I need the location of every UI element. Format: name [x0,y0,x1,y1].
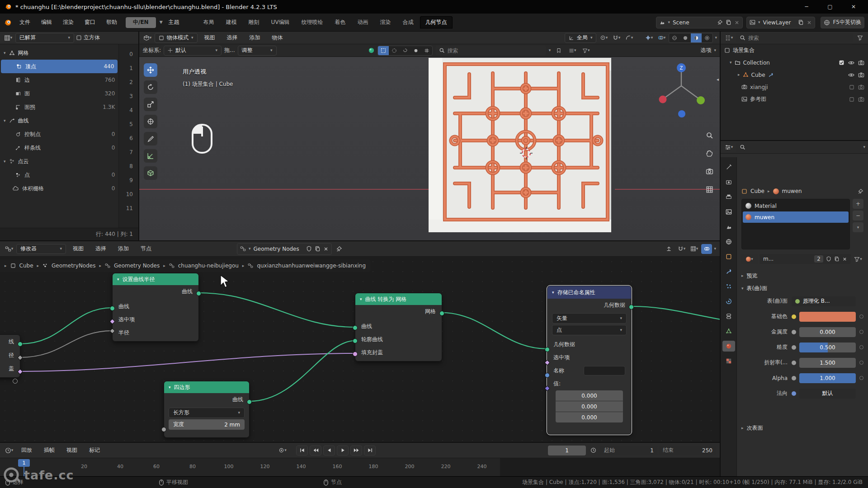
filter-funnel-dropdown[interactable]: ▾ [580,46,591,56]
node-menu-node[interactable]: 节点 [136,243,156,254]
node-quadrilateral[interactable]: ▾四边形 曲线 长方形▾ 宽度 2 mm [164,381,250,438]
base-color-swatch[interactable] [799,312,856,322]
surface-shader-dropdown[interactable]: 原理化 B... [792,296,856,306]
list-options-dropdown[interactable]: ▾ [567,46,578,56]
language-switch-button[interactable]: 中/EN [126,17,156,28]
node-tree-type-dropdown[interactable]: 修改器 ▾ [16,244,66,254]
menu-edit[interactable]: 编辑 [36,17,57,28]
input-socket-profile-curve[interactable] [353,338,358,343]
drag-action-dropdown[interactable]: 调整 ▾ [238,46,277,56]
tab-render[interactable] [722,177,735,188]
tab-rendering[interactable]: 渲染 [375,16,396,28]
filter-funnel-icon[interactable]: ▾ [853,254,863,264]
browse-material-dropdown[interactable]: ▾ [741,254,758,264]
duplicate-icon[interactable] [798,19,804,25]
overlay-toggle-button[interactable] [701,244,712,254]
tool-add-cube-button[interactable] [144,166,157,180]
pin-icon[interactable] [858,188,863,194]
use-preview-range-toggle[interactable] [588,446,599,455]
tab-modeling[interactable]: 建模 [221,16,242,28]
outliner-row-scene-collection[interactable]: 场景集合 [721,44,868,56]
input-socket-curve[interactable] [353,325,358,330]
shading-material-preview-button[interactable] [691,33,702,42]
node-tree-selector[interactable]: ▾ Geometry Nodes [237,243,332,255]
timeline-menu-keying[interactable]: 插帧 [39,445,60,456]
tool-scale-button[interactable] [144,98,157,111]
breadcrumb-group-1[interactable]: chuanghu-neibujiegou [178,263,239,269]
next-keyframe-button[interactable] [350,446,362,455]
snap-grid-dropdown[interactable]: ▾ [689,244,699,254]
node-menu-view[interactable]: 视图 [68,243,89,254]
close-button[interactable]: ✕ [844,0,863,14]
output-socket-mesh[interactable] [439,311,444,316]
output-socket-curve[interactable] [247,399,252,404]
material-slot-row-selected[interactable]: muwen [743,211,849,223]
shading-wireframe-button[interactable] [669,33,680,42]
outliner-row-reference-image[interactable]: 参考图 [721,93,868,105]
tab-sculpting[interactable]: 雕刻 [243,16,265,28]
select-lasso-button[interactable] [400,46,410,55]
animate-decorator[interactable] [859,345,863,349]
ortho-toggle-button[interactable] [703,183,716,196]
domain-dropdown[interactable]: 点▾ [552,325,627,335]
node-set-curve-radius[interactable]: ▾设置曲线半径 曲线 曲线 选中项 半径 [112,273,199,342]
tool-rotate-button[interactable] [144,80,157,94]
node-canvas[interactable]: ▸ Cube ▸ GeometryNodes ▸ Geometry Nodes … [0,257,720,442]
timeline-ruler[interactable]: 20 40 60 80 100 120 140 160 180 200 220 … [0,458,720,476]
snap-node-dropdown[interactable]: ▾ [676,244,687,254]
auto-keying-toggle[interactable]: ▾ [277,446,288,455]
parent-tree-button[interactable] [663,244,674,254]
close-icon[interactable] [323,246,329,252]
tab-texture[interactable] [722,356,735,366]
scene-selector[interactable]: ▾ Scene [656,17,743,28]
spreadsheet-dataset-dropdown[interactable]: 已解算 ▾ [15,33,74,43]
timeline-menu-view[interactable]: 视图 [61,445,82,456]
select-mode-extra-button[interactable] [421,46,432,55]
window-lattice-object[interactable] [429,57,616,234]
region-pull-tab[interactable]: ◂ [717,77,719,82]
spreadsheet-section-point-cloud[interactable]: ▾ 点云 [0,155,118,168]
snap-magnet-dropdown[interactable]: ▾ [611,33,622,43]
breadcrumb-group-2[interactable]: quxianzhuanhuanweiwangge-sibianxing [257,263,366,269]
tab-tool[interactable] [722,162,735,173]
bookmark-icon[interactable] [553,46,564,56]
exclude-checkbox[interactable] [839,60,844,66]
editor-type-timeline-icon[interactable]: ▾ [4,446,14,455]
add-slot-button[interactable]: + [853,199,863,209]
input-socket-name[interactable] [545,373,550,378]
gizmo-minus-z-axis[interactable] [678,110,685,117]
spreadsheet-row-index-column[interactable]: 01 23 45 67 89 1011 [118,44,138,228]
properties-search-field[interactable] [736,142,861,152]
selectable-checkbox[interactable] [849,97,854,102]
pan-hand-button[interactable] [703,146,716,160]
breadcrumb-modifier[interactable]: GeometryNodes [52,263,95,269]
outliner-row-collection[interactable]: ▾ Collection [721,56,868,69]
play-reverse-button[interactable] [323,446,335,455]
users-count-badge[interactable]: 2 [814,255,823,263]
editor-type-node-icon[interactable]: ▾ [4,244,14,254]
attribute-name-input[interactable] [584,366,625,375]
spreadsheet-row-face-corner[interactable]: 面拐 1.3K [0,100,118,114]
tab-material[interactable] [722,341,735,352]
filter-funnel-icon[interactable] [854,33,865,43]
frame-start-field[interactable]: 起始1 [600,446,657,455]
material-slot-list[interactable]: Material muwen [741,199,850,249]
pivot-point-dropdown[interactable]: ▾ [598,33,609,43]
tab-animation[interactable]: 动画 [352,16,374,28]
collapse-icon[interactable]: ▾ [360,297,362,301]
viewport-search-input[interactable] [448,47,542,54]
tab-geometry-nodes[interactable]: 几何节点 [420,16,453,28]
remove-slot-button[interactable]: − [853,211,863,221]
duplicate-icon[interactable] [315,246,321,252]
jump-to-end-button[interactable] [364,446,376,455]
tab-view-layer[interactable] [722,206,735,217]
value-x-field[interactable]: 0.000 [556,390,623,401]
section-subsurface[interactable]: ▸ 次表面 [741,422,863,433]
view-layer-selector[interactable]: ▾ ViewLayer [746,17,816,28]
collapse-icon[interactable]: ▾ [552,291,554,295]
close-icon[interactable] [734,20,740,25]
spreadsheet-section-curve[interactable]: ▾ 曲线 [0,114,118,127]
play-button[interactable] [337,446,349,455]
outliner-row-xiangji[interactable]: xiangji [721,81,868,93]
navigation-gizmo[interactable]: Z [649,59,717,127]
